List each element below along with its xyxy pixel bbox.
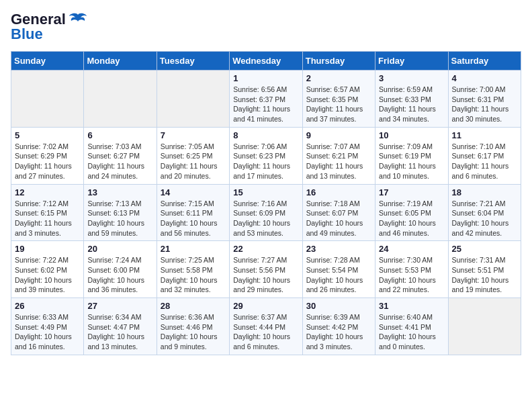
day-number: 19: [15, 244, 80, 254]
day-number: 29: [233, 301, 298, 311]
weekday-header-row: SundayMondayTuesdayWednesdayThursdayFrid…: [11, 52, 521, 71]
calendar-cell: [84, 71, 157, 128]
day-number: 27: [87, 301, 152, 311]
calendar-cell: 27Sunrise: 6:34 AM Sunset: 4:47 PM Dayli…: [84, 298, 157, 355]
calendar-cell: 28Sunrise: 6:36 AM Sunset: 4:46 PM Dayli…: [157, 298, 229, 355]
weekday-header-tuesday: Tuesday: [157, 52, 229, 71]
day-number: 18: [452, 187, 517, 197]
day-info: Sunrise: 6:37 AM Sunset: 4:44 PM Dayligh…: [233, 312, 298, 352]
calendar-cell: 7Sunrise: 7:05 AM Sunset: 6:25 PM Daylig…: [157, 127, 229, 184]
day-info: Sunrise: 6:34 AM Sunset: 4:47 PM Dayligh…: [87, 312, 152, 352]
day-info: Sunrise: 7:15 AM Sunset: 6:11 PM Dayligh…: [161, 199, 226, 238]
weekday-header-thursday: Thursday: [302, 52, 375, 71]
day-info: Sunrise: 7:00 AM Sunset: 6:31 PM Dayligh…: [452, 85, 517, 124]
calendar-cell: 11Sunrise: 7:10 AM Sunset: 6:17 PM Dayli…: [448, 127, 521, 184]
calendar-cell: 6Sunrise: 7:03 AM Sunset: 6:27 PM Daylig…: [84, 127, 157, 184]
calendar-week-3: 12Sunrise: 7:12 AM Sunset: 6:15 PM Dayli…: [11, 184, 521, 241]
calendar-cell: 4Sunrise: 7:00 AM Sunset: 6:31 PM Daylig…: [448, 71, 521, 128]
calendar-cell: 21Sunrise: 7:25 AM Sunset: 5:58 PM Dayli…: [157, 241, 229, 298]
day-info: Sunrise: 7:24 AM Sunset: 6:00 PM Dayligh…: [87, 255, 152, 295]
calendar-cell: 2Sunrise: 6:57 AM Sunset: 6:35 PM Daylig…: [302, 71, 375, 128]
calendar-cell: [157, 71, 229, 128]
page-header: General Blue: [11, 11, 521, 43]
day-number: 2: [306, 73, 371, 83]
calendar-week-5: 26Sunrise: 6:33 AM Sunset: 4:49 PM Dayli…: [11, 298, 521, 355]
calendar-cell: 3Sunrise: 6:59 AM Sunset: 6:33 PM Daylig…: [375, 71, 448, 128]
calendar-cell: 8Sunrise: 7:06 AM Sunset: 6:23 PM Daylig…: [230, 127, 302, 184]
calendar-cell: 18Sunrise: 7:21 AM Sunset: 6:04 PM Dayli…: [448, 184, 521, 241]
calendar-cell: 22Sunrise: 7:27 AM Sunset: 5:56 PM Dayli…: [230, 241, 302, 298]
day-number: 14: [161, 187, 226, 197]
day-number: 12: [15, 187, 80, 197]
calendar-cell: 14Sunrise: 7:15 AM Sunset: 6:11 PM Dayli…: [157, 184, 229, 241]
day-number: 4: [452, 73, 517, 83]
calendar-cell: 25Sunrise: 7:31 AM Sunset: 5:51 PM Dayli…: [448, 241, 521, 298]
day-number: 3: [379, 73, 444, 83]
day-info: Sunrise: 7:28 AM Sunset: 5:54 PM Dayligh…: [306, 255, 371, 295]
calendar-cell: 26Sunrise: 6:33 AM Sunset: 4:49 PM Dayli…: [11, 298, 84, 355]
calendar-cell: 12Sunrise: 7:12 AM Sunset: 6:15 PM Dayli…: [11, 184, 84, 241]
weekday-header-sunday: Sunday: [11, 52, 84, 71]
day-number: 10: [379, 130, 444, 140]
calendar-week-1: 1Sunrise: 6:56 AM Sunset: 6:37 PM Daylig…: [11, 71, 521, 128]
day-info: Sunrise: 7:10 AM Sunset: 6:17 PM Dayligh…: [452, 142, 517, 181]
calendar-cell: 17Sunrise: 7:19 AM Sunset: 6:05 PM Dayli…: [375, 184, 448, 241]
day-number: 25: [452, 244, 517, 254]
day-info: Sunrise: 7:30 AM Sunset: 5:53 PM Dayligh…: [379, 255, 444, 295]
day-number: 20: [87, 244, 152, 254]
day-number: 7: [161, 130, 226, 140]
calendar-cell: [11, 71, 84, 128]
day-number: 11: [452, 130, 517, 140]
calendar-cell: 15Sunrise: 7:16 AM Sunset: 6:09 PM Dayli…: [230, 184, 302, 241]
day-info: Sunrise: 7:07 AM Sunset: 6:21 PM Dayligh…: [306, 142, 371, 181]
logo-blue-text: Blue: [11, 26, 43, 43]
day-info: Sunrise: 7:18 AM Sunset: 6:07 PM Dayligh…: [306, 199, 371, 238]
logo-bird-icon: [69, 12, 87, 27]
calendar-cell: 9Sunrise: 7:07 AM Sunset: 6:21 PM Daylig…: [302, 127, 375, 184]
day-info: Sunrise: 7:09 AM Sunset: 6:19 PM Dayligh…: [379, 142, 444, 181]
day-info: Sunrise: 7:02 AM Sunset: 6:29 PM Dayligh…: [15, 142, 80, 181]
calendar-table: SundayMondayTuesdayWednesdayThursdayFrid…: [11, 51, 521, 355]
calendar-cell: 5Sunrise: 7:02 AM Sunset: 6:29 PM Daylig…: [11, 127, 84, 184]
calendar-cell: 20Sunrise: 7:24 AM Sunset: 6:00 PM Dayli…: [84, 241, 157, 298]
day-number: 15: [233, 187, 298, 197]
day-number: 30: [306, 301, 371, 311]
logo: General Blue: [11, 11, 87, 43]
day-number: 24: [379, 244, 444, 254]
day-info: Sunrise: 7:27 AM Sunset: 5:56 PM Dayligh…: [233, 255, 298, 295]
day-info: Sunrise: 7:13 AM Sunset: 6:13 PM Dayligh…: [87, 199, 152, 238]
day-number: 1: [233, 73, 298, 83]
day-info: Sunrise: 7:21 AM Sunset: 6:04 PM Dayligh…: [452, 199, 517, 238]
weekday-header-monday: Monday: [84, 52, 157, 71]
calendar-cell: 13Sunrise: 7:13 AM Sunset: 6:13 PM Dayli…: [84, 184, 157, 241]
day-info: Sunrise: 7:31 AM Sunset: 5:51 PM Dayligh…: [452, 255, 517, 295]
calendar-week-4: 19Sunrise: 7:22 AM Sunset: 6:02 PM Dayli…: [11, 241, 521, 298]
day-info: Sunrise: 6:56 AM Sunset: 6:37 PM Dayligh…: [233, 85, 298, 124]
day-number: 22: [233, 244, 298, 254]
day-number: 26: [15, 301, 80, 311]
day-info: Sunrise: 7:19 AM Sunset: 6:05 PM Dayligh…: [379, 199, 444, 238]
day-info: Sunrise: 6:59 AM Sunset: 6:33 PM Dayligh…: [379, 85, 444, 124]
day-number: 28: [161, 301, 226, 311]
calendar-cell: 16Sunrise: 7:18 AM Sunset: 6:07 PM Dayli…: [302, 184, 375, 241]
day-number: 17: [379, 187, 444, 197]
day-number: 16: [306, 187, 371, 197]
calendar-cell: 1Sunrise: 6:56 AM Sunset: 6:37 PM Daylig…: [230, 71, 302, 128]
day-info: Sunrise: 7:22 AM Sunset: 6:02 PM Dayligh…: [15, 255, 80, 295]
day-info: Sunrise: 6:39 AM Sunset: 4:42 PM Dayligh…: [306, 312, 371, 352]
day-number: 21: [161, 244, 226, 254]
weekday-header-friday: Friday: [375, 52, 448, 71]
calendar-cell: [448, 298, 521, 355]
day-info: Sunrise: 6:36 AM Sunset: 4:46 PM Dayligh…: [161, 312, 226, 352]
day-number: 8: [233, 130, 298, 140]
calendar-cell: 10Sunrise: 7:09 AM Sunset: 6:19 PM Dayli…: [375, 127, 448, 184]
day-number: 23: [306, 244, 371, 254]
day-info: Sunrise: 7:06 AM Sunset: 6:23 PM Dayligh…: [233, 142, 298, 181]
day-info: Sunrise: 7:05 AM Sunset: 6:25 PM Dayligh…: [161, 142, 226, 181]
day-info: Sunrise: 7:12 AM Sunset: 6:15 PM Dayligh…: [15, 199, 80, 238]
day-info: Sunrise: 6:57 AM Sunset: 6:35 PM Dayligh…: [306, 85, 371, 124]
day-info: Sunrise: 6:33 AM Sunset: 4:49 PM Dayligh…: [15, 312, 80, 352]
calendar-cell: 23Sunrise: 7:28 AM Sunset: 5:54 PM Dayli…: [302, 241, 375, 298]
calendar-cell: 30Sunrise: 6:39 AM Sunset: 4:42 PM Dayli…: [302, 298, 375, 355]
weekday-header-wednesday: Wednesday: [230, 52, 302, 71]
